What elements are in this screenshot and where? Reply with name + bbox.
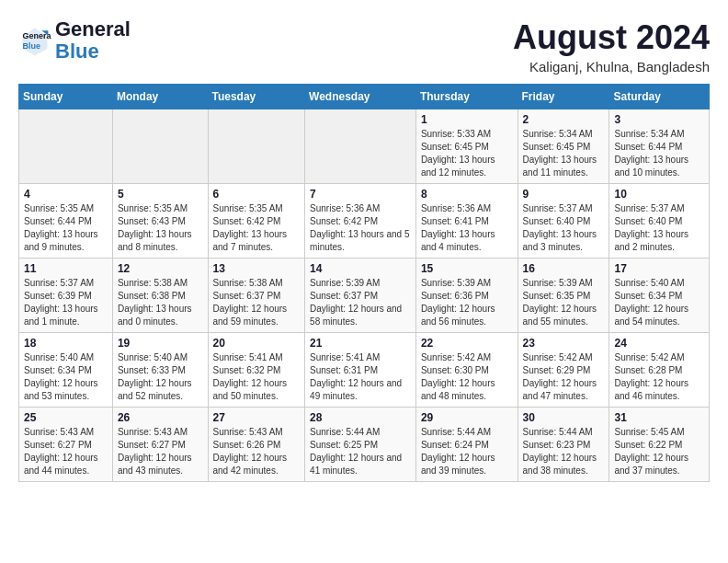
- calendar-cell: [305, 109, 416, 184]
- calendar-week-3: 11Sunrise: 5:37 AM Sunset: 6:39 PM Dayli…: [19, 259, 710, 333]
- calendar-cell: 29Sunrise: 5:44 AM Sunset: 6:24 PM Dayli…: [415, 408, 518, 482]
- day-number: 8: [421, 188, 513, 201]
- calendar-cell: 27Sunrise: 5:43 AM Sunset: 6:26 PM Dayli…: [208, 408, 305, 482]
- day-number: 12: [118, 262, 203, 275]
- day-number: 25: [24, 411, 108, 424]
- day-info: Sunrise: 5:42 AM Sunset: 6:30 PM Dayligh…: [421, 351, 513, 403]
- day-info: Sunrise: 5:43 AM Sunset: 6:26 PM Dayligh…: [213, 426, 301, 477]
- day-number: 29: [421, 411, 513, 424]
- day-info: Sunrise: 5:33 AM Sunset: 6:45 PM Dayligh…: [421, 128, 513, 179]
- day-info: Sunrise: 5:40 AM Sunset: 6:33 PM Dayligh…: [118, 351, 203, 403]
- day-number: 27: [213, 411, 301, 424]
- day-info: Sunrise: 5:36 AM Sunset: 6:41 PM Dayligh…: [421, 202, 513, 254]
- calendar-cell: 18Sunrise: 5:40 AM Sunset: 6:34 PM Dayli…: [19, 333, 113, 408]
- subtitle: Kaliganj, Khulna, Bangladesh: [513, 59, 710, 75]
- calendar-cell: 3Sunrise: 5:34 AM Sunset: 6:44 PM Daylig…: [609, 109, 710, 184]
- calendar-cell: 14Sunrise: 5:39 AM Sunset: 6:37 PM Dayli…: [305, 259, 416, 333]
- day-number: 11: [24, 262, 108, 275]
- col-header-friday: Friday: [518, 85, 609, 109]
- calendar-cell: 7Sunrise: 5:36 AM Sunset: 6:42 PM Daylig…: [305, 184, 416, 259]
- day-number: 13: [213, 262, 301, 275]
- header: General Blue General Blue August 2024 Ka…: [18, 18, 710, 75]
- calendar-cell: 28Sunrise: 5:44 AM Sunset: 6:25 PM Dayli…: [305, 408, 416, 482]
- day-info: Sunrise: 5:40 AM Sunset: 6:34 PM Dayligh…: [24, 351, 108, 403]
- calendar-cell: 21Sunrise: 5:41 AM Sunset: 6:31 PM Dayli…: [305, 333, 416, 408]
- day-number: 22: [421, 337, 513, 350]
- main-title: August 2024: [513, 18, 710, 57]
- calendar-cell: 19Sunrise: 5:40 AM Sunset: 6:33 PM Dayli…: [112, 333, 208, 408]
- day-info: Sunrise: 5:42 AM Sunset: 6:28 PM Dayligh…: [614, 351, 704, 403]
- day-number: 1: [421, 113, 513, 126]
- day-number: 31: [614, 411, 704, 424]
- day-info: Sunrise: 5:37 AM Sunset: 6:40 PM Dayligh…: [523, 202, 605, 254]
- col-header-sunday: Sunday: [19, 85, 113, 109]
- calendar-cell: 4Sunrise: 5:35 AM Sunset: 6:44 PM Daylig…: [19, 184, 113, 259]
- day-info: Sunrise: 5:34 AM Sunset: 6:45 PM Dayligh…: [523, 128, 605, 179]
- logo-icon: General Blue: [18, 24, 51, 57]
- day-info: Sunrise: 5:40 AM Sunset: 6:34 PM Dayligh…: [614, 277, 704, 328]
- day-info: Sunrise: 5:41 AM Sunset: 6:32 PM Dayligh…: [213, 351, 301, 403]
- day-number: 4: [24, 188, 108, 201]
- calendar-cell: 23Sunrise: 5:42 AM Sunset: 6:29 PM Dayli…: [518, 333, 609, 408]
- day-info: Sunrise: 5:44 AM Sunset: 6:23 PM Dayligh…: [523, 426, 605, 477]
- calendar-week-4: 18Sunrise: 5:40 AM Sunset: 6:34 PM Dayli…: [19, 333, 710, 408]
- day-number: 26: [118, 411, 203, 424]
- col-header-saturday: Saturday: [609, 85, 710, 109]
- day-number: 20: [213, 337, 301, 350]
- day-info: Sunrise: 5:38 AM Sunset: 6:37 PM Dayligh…: [213, 277, 301, 328]
- calendar-cell: 10Sunrise: 5:37 AM Sunset: 6:40 PM Dayli…: [609, 184, 710, 259]
- day-info: Sunrise: 5:41 AM Sunset: 6:31 PM Dayligh…: [310, 351, 411, 403]
- calendar-cell: 13Sunrise: 5:38 AM Sunset: 6:37 PM Dayli…: [208, 259, 305, 333]
- calendar-cell: 26Sunrise: 5:43 AM Sunset: 6:27 PM Dayli…: [112, 408, 208, 482]
- logo: General Blue General Blue: [18, 18, 131, 63]
- calendar-week-2: 4Sunrise: 5:35 AM Sunset: 6:44 PM Daylig…: [19, 184, 710, 259]
- calendar-cell: 20Sunrise: 5:41 AM Sunset: 6:32 PM Dayli…: [208, 333, 305, 408]
- calendar-cell: 6Sunrise: 5:35 AM Sunset: 6:42 PM Daylig…: [208, 184, 305, 259]
- day-info: Sunrise: 5:35 AM Sunset: 6:43 PM Dayligh…: [118, 202, 203, 254]
- calendar-cell: 1Sunrise: 5:33 AM Sunset: 6:45 PM Daylig…: [415, 109, 518, 184]
- day-number: 16: [523, 262, 605, 275]
- day-info: Sunrise: 5:38 AM Sunset: 6:38 PM Dayligh…: [118, 277, 203, 328]
- col-header-tuesday: Tuesday: [208, 85, 305, 109]
- day-number: 14: [310, 262, 411, 275]
- day-info: Sunrise: 5:42 AM Sunset: 6:29 PM Dayligh…: [523, 351, 605, 403]
- day-info: Sunrise: 5:43 AM Sunset: 6:27 PM Dayligh…: [24, 426, 108, 477]
- day-number: 9: [523, 188, 605, 201]
- calendar-cell: 17Sunrise: 5:40 AM Sunset: 6:34 PM Dayli…: [609, 259, 710, 333]
- calendar-cell: [19, 109, 113, 184]
- day-number: 6: [213, 188, 301, 201]
- svg-text:Blue: Blue: [23, 41, 41, 51]
- calendar-cell: 8Sunrise: 5:36 AM Sunset: 6:41 PM Daylig…: [415, 184, 518, 259]
- calendar-cell: 12Sunrise: 5:38 AM Sunset: 6:38 PM Dayli…: [112, 259, 208, 333]
- calendar-cell: 31Sunrise: 5:45 AM Sunset: 6:22 PM Dayli…: [609, 408, 710, 482]
- title-area: August 2024 Kaliganj, Khulna, Bangladesh: [513, 18, 710, 75]
- calendar-cell: [208, 109, 305, 184]
- calendar-cell: 24Sunrise: 5:42 AM Sunset: 6:28 PM Dayli…: [609, 333, 710, 408]
- day-info: Sunrise: 5:37 AM Sunset: 6:40 PM Dayligh…: [614, 202, 704, 254]
- col-header-thursday: Thursday: [415, 85, 518, 109]
- calendar-cell: 11Sunrise: 5:37 AM Sunset: 6:39 PM Dayli…: [19, 259, 113, 333]
- day-info: Sunrise: 5:39 AM Sunset: 6:36 PM Dayligh…: [421, 277, 513, 328]
- day-info: Sunrise: 5:37 AM Sunset: 6:39 PM Dayligh…: [24, 277, 108, 328]
- calendar-cell: 2Sunrise: 5:34 AM Sunset: 6:45 PM Daylig…: [518, 109, 609, 184]
- calendar-table: SundayMondayTuesdayWednesdayThursdayFrid…: [18, 84, 710, 482]
- day-number: 2: [523, 113, 605, 126]
- day-number: 15: [421, 262, 513, 275]
- day-info: Sunrise: 5:39 AM Sunset: 6:37 PM Dayligh…: [310, 277, 411, 328]
- day-number: 23: [523, 337, 605, 350]
- calendar-cell: [112, 109, 208, 184]
- day-info: Sunrise: 5:45 AM Sunset: 6:22 PM Dayligh…: [614, 426, 704, 477]
- calendar-cell: 9Sunrise: 5:37 AM Sunset: 6:40 PM Daylig…: [518, 184, 609, 259]
- calendar-week-1: 1Sunrise: 5:33 AM Sunset: 6:45 PM Daylig…: [19, 109, 710, 184]
- calendar-cell: 5Sunrise: 5:35 AM Sunset: 6:43 PM Daylig…: [112, 184, 208, 259]
- day-number: 7: [310, 188, 411, 201]
- day-info: Sunrise: 5:35 AM Sunset: 6:42 PM Dayligh…: [213, 202, 301, 254]
- calendar-cell: 30Sunrise: 5:44 AM Sunset: 6:23 PM Dayli…: [518, 408, 609, 482]
- calendar-week-5: 25Sunrise: 5:43 AM Sunset: 6:27 PM Dayli…: [19, 408, 710, 482]
- day-info: Sunrise: 5:44 AM Sunset: 6:24 PM Dayligh…: [421, 426, 513, 477]
- logo-text: General Blue: [55, 18, 131, 63]
- col-header-wednesday: Wednesday: [305, 85, 416, 109]
- calendar-cell: 15Sunrise: 5:39 AM Sunset: 6:36 PM Dayli…: [415, 259, 518, 333]
- col-header-monday: Monday: [112, 85, 208, 109]
- day-number: 28: [310, 411, 411, 424]
